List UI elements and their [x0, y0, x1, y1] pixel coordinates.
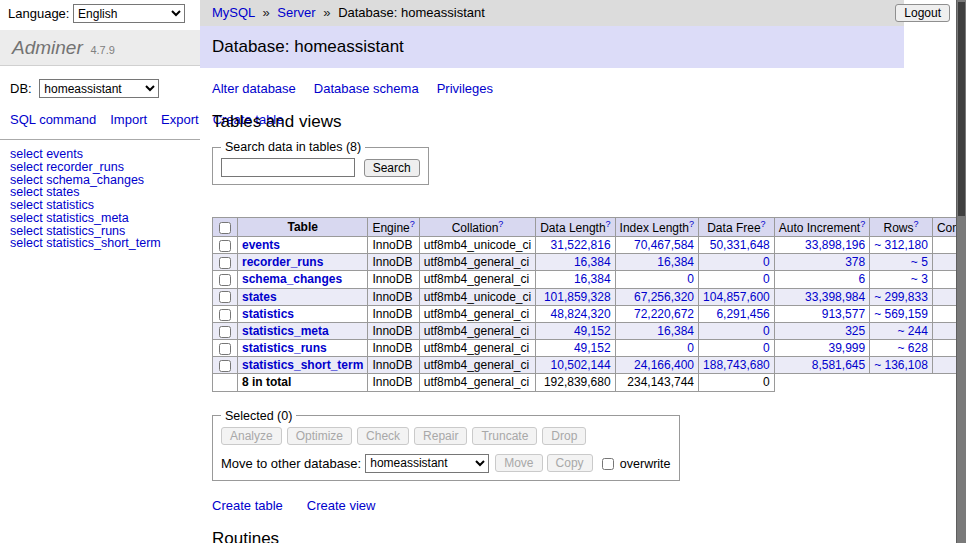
table-link-recorder-runs[interactable]: recorder_runs — [242, 255, 323, 269]
section-title-tables-and-views: Tables and views — [212, 112, 956, 132]
sidebar-link-import[interactable]: Import — [110, 112, 147, 127]
table-link-statistics-short-term[interactable]: statistics_short_term — [242, 358, 363, 372]
sidebar-link-export[interactable]: Export — [161, 112, 199, 127]
nav-link-privileges[interactable]: Privileges — [437, 81, 493, 96]
help-link[interactable]: ? — [498, 219, 503, 229]
db-selector-row: DB: homeassistant — [10, 79, 200, 98]
table-link-statistics[interactable]: statistics — [242, 307, 294, 321]
help-link[interactable]: ? — [914, 219, 919, 229]
tables-head: TableEngine?Collation?Data Length?Index … — [213, 218, 957, 237]
row-select-cell — [213, 254, 238, 271]
move-db-select[interactable]: homeassistant — [365, 454, 489, 473]
auto-increment-cell: 378 — [774, 254, 869, 271]
drop-button[interactable]: Drop — [542, 427, 586, 445]
table-link-schema-changes[interactable]: schema_changes — [242, 272, 342, 286]
column-header-label: Data Length — [540, 221, 605, 235]
language-label: Language: — [8, 6, 69, 21]
row-checkbox[interactable] — [219, 274, 231, 286]
total-select-cell — [213, 374, 238, 391]
select-all-checkbox[interactable] — [219, 222, 231, 234]
column-header-label: Rows — [884, 221, 914, 235]
rows-count-cell: ~ 299,833 — [870, 288, 933, 305]
copy-button[interactable]: Copy — [547, 454, 593, 472]
nav-link-database-schema[interactable]: Database schema — [314, 81, 419, 96]
link-create-table[interactable]: Create table — [212, 498, 283, 513]
analyze-button[interactable]: Analyze — [221, 427, 282, 445]
table-link-events[interactable]: events — [242, 238, 280, 252]
row-select-cell — [213, 305, 238, 322]
repair-button[interactable]: Repair — [414, 427, 467, 445]
scrollbar-thumb[interactable] — [958, 2, 965, 216]
engine-cell: InnoDB — [368, 305, 419, 322]
comment-cell — [932, 357, 956, 374]
vertical-scrollbar[interactable] — [956, 0, 966, 543]
row-checkbox[interactable] — [219, 291, 231, 303]
comment-cell — [932, 271, 956, 288]
search-button[interactable]: Search — [364, 159, 420, 177]
column-header-index-length: Index Length? — [615, 218, 698, 237]
index-length-cell: 24,166,400 — [615, 357, 698, 374]
check-button[interactable]: Check — [357, 427, 409, 445]
auto-increment-cell: 39,999 — [774, 340, 869, 357]
row-checkbox[interactable] — [219, 257, 231, 269]
nav-link-alter-database[interactable]: Alter database — [212, 81, 296, 96]
breadcrumb-mysql-link[interactable]: MySQL — [212, 5, 255, 20]
optimize-button[interactable]: Optimize — [287, 427, 352, 445]
table-name-cell: statistics_runs — [238, 340, 368, 357]
help-link[interactable]: ? — [689, 219, 694, 229]
row-select-cell — [213, 237, 238, 254]
row-select-cell — [213, 288, 238, 305]
table-row-states: statesInnoDButf8mb4_unicode_ci101,859,32… — [213, 288, 957, 305]
sidebar-select-statistics[interactable]: select statistics — [10, 199, 200, 212]
comment-cell — [932, 254, 956, 271]
collation-cell: utf8mb4_general_ci — [419, 271, 535, 288]
table-link-states[interactable]: states — [242, 290, 277, 304]
collation-cell: utf8mb4_general_ci — [419, 322, 535, 339]
collation-cell: utf8mb4_unicode_ci — [419, 237, 535, 254]
sidebar-select-statistics-meta[interactable]: select statistics_meta — [10, 212, 200, 225]
language-select[interactable]: English — [73, 4, 185, 23]
row-checkbox[interactable] — [219, 240, 231, 252]
move-button[interactable]: Move — [495, 454, 542, 472]
rows-count-cell: ~ 312,180 — [870, 237, 933, 254]
data-free-cell: 6,291,456 — [699, 305, 775, 322]
sidebar-actions: SQL commandImportExportCreate table — [10, 110, 168, 130]
sidebar-select-recorder-runs[interactable]: select recorder_runs — [10, 161, 200, 174]
sidebar-select-statistics-short-term[interactable]: select statistics_short_term — [10, 237, 200, 250]
sidebar-select-events[interactable]: select events — [10, 148, 200, 161]
data-length-cell: 49,152 — [536, 340, 615, 357]
total-label-cell: 8 in total — [238, 374, 368, 391]
help-link[interactable]: ? — [860, 219, 865, 229]
help-link[interactable]: ? — [410, 219, 415, 229]
logout-button[interactable]: Logout — [895, 4, 950, 22]
table-row-statistics: statisticsInnoDButf8mb4_general_ci48,824… — [213, 305, 957, 322]
tables-foot: 8 in totalInnoDButf8mb4_general_ci192,83… — [213, 374, 957, 391]
truncate-button[interactable]: Truncate — [472, 427, 537, 445]
adminer-home-link[interactable]: Adminer — [12, 37, 83, 58]
column-header-label: Engine — [372, 221, 409, 235]
table-link-statistics-runs[interactable]: statistics_runs — [242, 341, 327, 355]
overwrite-checkbox[interactable] — [602, 458, 614, 470]
row-checkbox[interactable] — [219, 309, 231, 321]
selected-buttons: AnalyzeOptimizeCheckRepairTruncateDrop — [221, 427, 671, 445]
sidebar-link-sql-command[interactable]: SQL command — [10, 112, 96, 127]
help-link[interactable]: ? — [761, 219, 766, 229]
table-link-statistics-meta[interactable]: statistics_meta — [242, 324, 329, 338]
data-free-cell: 0 — [699, 271, 775, 288]
search-input[interactable] — [221, 158, 355, 177]
data-length-cell: 10,502,144 — [536, 357, 615, 374]
db-select[interactable]: homeassistant — [39, 79, 159, 98]
rows-count-cell: ~ 3 — [870, 271, 933, 288]
auto-increment-cell: 8,581,645 — [774, 357, 869, 374]
row-checkbox[interactable] — [219, 343, 231, 355]
overwrite-label: overwrite — [620, 456, 671, 470]
row-checkbox[interactable] — [219, 360, 231, 372]
link-create-view[interactable]: Create view — [307, 498, 376, 513]
data-free-cell: 188,743,680 — [699, 357, 775, 374]
column-header-data-free: Data Free? — [699, 218, 775, 237]
help-link[interactable]: ? — [606, 219, 611, 229]
breadcrumb-server-link[interactable]: Server — [277, 5, 315, 20]
row-checkbox[interactable] — [219, 326, 231, 338]
column-header-table: Table — [238, 218, 368, 237]
search-legend: Search data in tables (8) — [221, 140, 365, 154]
